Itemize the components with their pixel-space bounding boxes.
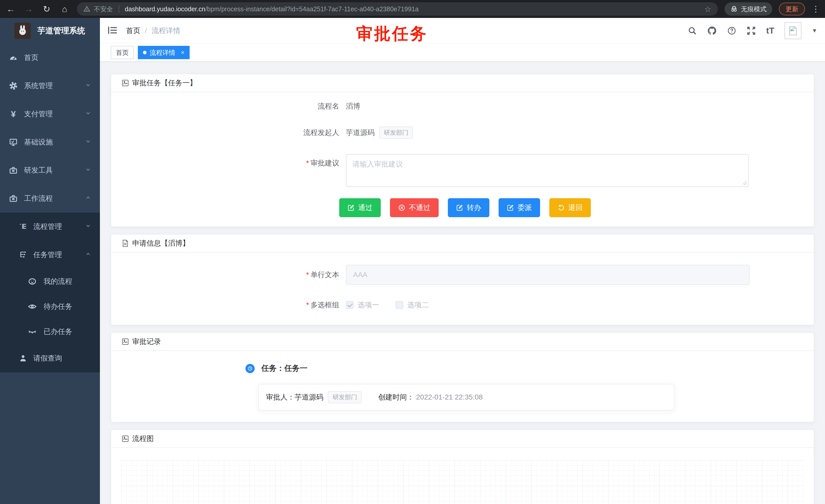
sidebar-item-leave-query[interactable]: 请假查询 <box>0 344 100 372</box>
sidebar-item-label: 基础设施 <box>24 137 53 147</box>
broken-image-icon <box>788 26 798 36</box>
sidebar-item-label: 流程管理 <box>33 222 62 232</box>
picture-icon <box>122 435 129 442</box>
field-value: 滔博 <box>346 101 360 111</box>
checkbox-icon[interactable] <box>395 301 403 309</box>
address-bar[interactable]: 不安全 dashboard.yudao.iocoder.cn/bpm/proce… <box>77 2 718 16</box>
card-header: 审批记录 <box>111 333 814 351</box>
incognito-icon <box>730 5 738 13</box>
sidebar-item-label: 已办任务 <box>44 327 72 337</box>
gear-icon <box>8 81 19 90</box>
update-button[interactable]: 更新 <box>779 3 805 15</box>
sidebar-item-workflow[interactable]: 工作流程 <box>0 184 100 213</box>
sidebar-item-done-tasks[interactable]: 已办任务 <box>0 319 100 344</box>
tab-process-detail[interactable]: 流程详情 × <box>138 46 190 59</box>
page-content: 审批任务【任务一】 流程名 滔博 流程发起人 芋道源码 研发部门 <box>100 62 825 504</box>
sidebar-item-label: 系统管理 <box>24 81 53 91</box>
breadcrumb: 首页 / 流程详情 <box>126 26 180 35</box>
app-header: 首页 / 流程详情 审批任务 tT <box>100 18 825 44</box>
node-tree-icon <box>18 251 28 259</box>
sidebar-item-home[interactable]: 首页 <box>0 44 100 72</box>
face-icon <box>27 277 38 286</box>
chevron-down-icon <box>85 223 91 231</box>
breadcrumb-home[interactable]: 首页 <box>126 26 140 35</box>
approve-button[interactable]: 通过 <box>339 198 381 217</box>
single-text-input[interactable]: AAA <box>346 265 750 285</box>
approval-buttons: 通过 不通过 转办 委派 <box>339 198 804 217</box>
sidebar-item-task-mgmt[interactable]: 任务管理 <box>0 241 100 269</box>
incognito-badge: 无痕模式 <box>725 2 772 16</box>
back-icon[interactable]: ← <box>5 4 16 14</box>
field-label: *多选框组 <box>122 300 339 310</box>
sidebar: 芋道管理系统 首页 系统管理 ¥ 支付管理 基础设施 <box>0 18 100 504</box>
bpmn-canvas[interactable] <box>122 460 804 504</box>
chevron-down-icon <box>85 166 91 174</box>
sidebar-toggle-icon[interactable] <box>107 26 117 35</box>
active-dot <box>143 51 147 54</box>
form-row-initiator: 流程发起人 芋道源码 研发部门 <box>122 127 804 139</box>
red-annotation-text: 审批任务 <box>356 22 428 45</box>
dept-tag: 研发部门 <box>328 391 362 403</box>
font-size-icon[interactable]: tT <box>766 26 774 35</box>
form-row-suggestion: *审批建议 请输入审批建议 <box>122 154 804 187</box>
help-icon[interactable] <box>727 26 736 35</box>
checkbox-option-1[interactable]: 选项一 <box>346 300 379 310</box>
create-time-value: 2022-01-21 22:35:08 <box>416 393 483 401</box>
bookmark-star-icon[interactable]: ☆ <box>704 5 711 14</box>
clock-icon <box>245 364 255 373</box>
chevron-up-icon <box>85 251 91 259</box>
edit-square-icon <box>348 204 355 211</box>
picture-icon <box>122 79 129 87</box>
forward-icon[interactable]: → <box>23 4 34 14</box>
toolbox-icon <box>8 194 19 203</box>
card-title: 流程图 <box>132 434 154 443</box>
home-icon[interactable]: ⌂ <box>59 4 70 14</box>
breadcrumb-separator: / <box>145 27 147 35</box>
logo-row[interactable]: 芋道管理系统 <box>0 18 100 44</box>
sidebar-item-infra[interactable]: 基础设施 <box>0 128 100 156</box>
security-label: 不安全 <box>94 5 113 13</box>
github-icon[interactable] <box>707 26 717 35</box>
sidebar-item-my-process[interactable]: 我的流程 <box>0 269 100 294</box>
transfer-button[interactable]: 转办 <box>448 198 490 217</box>
sidebar-item-label: 我的流程 <box>44 276 72 286</box>
user-icon <box>18 354 28 362</box>
sidebar-item-system[interactable]: 系统管理 <box>0 72 100 100</box>
textarea-placeholder: 请输入审批建议 <box>353 160 403 168</box>
tab-close-icon[interactable]: × <box>181 49 184 56</box>
timeline-item: 任务：任务一 审批人： 芋道源码 研发部门 创建时间： 2022-01-21 2… <box>245 363 804 411</box>
tags-view-bar: 首页 流程详情 × <box>100 44 825 62</box>
sidebar-item-todo-tasks[interactable]: 待办任务 <box>0 294 100 319</box>
caret-down-icon[interactable]: ▼ <box>812 27 817 34</box>
field-value: 芋道源码 研发部门 <box>346 127 413 139</box>
return-button[interactable]: 退回 <box>549 198 591 217</box>
fullscreen-icon[interactable] <box>747 26 756 35</box>
checkbox-icon[interactable] <box>346 301 354 309</box>
avatar[interactable] <box>784 22 802 39</box>
reload-icon[interactable]: ↻ <box>41 4 52 14</box>
suggestion-textarea[interactable]: 请输入审批建议 <box>346 154 749 187</box>
sidebar-item-devtools[interactable]: 研发工具 <box>0 156 100 184</box>
monitor-icon <box>8 138 19 147</box>
circle-close-icon <box>398 204 405 211</box>
field-label: 流程发起人 <box>122 128 339 138</box>
browser-menu-icon[interactable]: ⋮ <box>812 4 820 14</box>
tab-home[interactable]: 首页 <box>111 46 134 59</box>
form-row-single-text: *单行文本 AAA <box>122 265 804 285</box>
request-info-card: 申请信息【滔博】 *单行文本 AAA *多选框组 <box>111 234 814 325</box>
sidebar-item-label: 工作流程 <box>24 194 53 203</box>
sidebar-item-label: 首页 <box>24 53 39 63</box>
dept-tag: 研发部门 <box>379 127 413 139</box>
card-title: 申请信息【滔博】 <box>132 238 190 248</box>
search-icon[interactable] <box>688 26 697 35</box>
reject-button[interactable]: 不通过 <box>390 198 439 217</box>
delegate-button[interactable]: 委派 <box>499 198 540 217</box>
sidebar-item-payment[interactable]: ¥ 支付管理 <box>0 100 100 128</box>
sidebar-item-label: 请假查询 <box>33 353 62 363</box>
sidebar-item-process-mgmt[interactable]: 流程管理 <box>0 213 100 241</box>
resize-grip[interactable] <box>742 180 747 185</box>
url-text: dashboard.yudao.iocoder.cn/bpm/process-i… <box>125 5 419 13</box>
picture-icon <box>122 338 129 345</box>
checkbox-option-2[interactable]: 选项二 <box>395 300 429 310</box>
form-row-process-name: 流程名 滔博 <box>122 101 804 111</box>
